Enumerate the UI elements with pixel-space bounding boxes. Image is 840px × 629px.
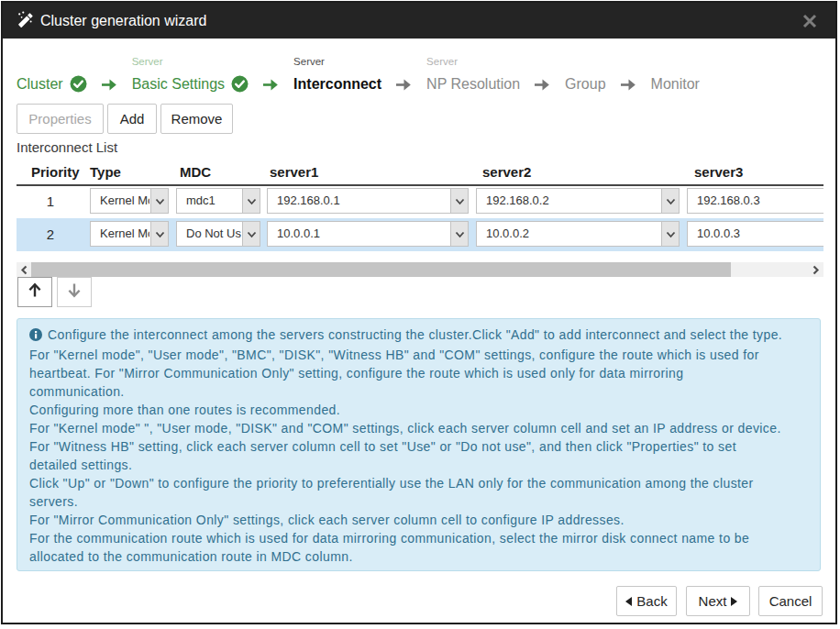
chevron-down-icon — [450, 189, 468, 213]
type-select[interactable]: Kernel Mode — [90, 188, 169, 214]
titlebar: Cluster generation wizard — [3, 3, 835, 39]
mdc-select[interactable]: mdc1 — [176, 188, 260, 214]
arrow-right-icon — [534, 73, 551, 95]
arrow-right-icon — [262, 73, 280, 95]
table-row-selected[interactable]: 2 Kernel Mode Do Not Use 10.0.0.1 10.0.0… — [17, 218, 823, 251]
step-group-label: Server — [293, 55, 381, 72]
arrow-right-icon — [395, 73, 413, 95]
mdc-select-value: mdc1 — [186, 189, 241, 213]
step-group-label: Server — [426, 55, 520, 72]
server3-select-value: 10.0.0.3 — [697, 222, 823, 246]
check-circle-icon — [231, 75, 249, 93]
add-button[interactable]: Add — [107, 104, 157, 134]
info-paragraph: Configure the interconnect among the ser… — [29, 326, 808, 346]
info-paragraph: Configuring more than one routes is reco… — [29, 401, 808, 419]
arrow-right-icon — [101, 73, 118, 95]
cancel-button[interactable]: Cancel — [758, 586, 823, 616]
interconnect-list-title: Interconnect List — [17, 139, 117, 155]
mdc-select[interactable]: Do Not Use — [176, 221, 260, 247]
info-paragraph: Click "Up" or "Down" to configure the pr… — [29, 474, 772, 511]
type-select-value: Kernel Mode — [100, 222, 149, 246]
step-label: Interconnect — [293, 76, 381, 93]
magic-wand-icon — [16, 10, 36, 34]
info-paragraph: For "Kernel mode" ", "User mode, "DISK" … — [29, 419, 808, 437]
column-header-priority: Priority — [31, 164, 80, 182]
scroll-right-icon[interactable] — [808, 262, 823, 277]
up-arrow-icon — [28, 282, 42, 302]
remove-button[interactable]: Remove — [160, 104, 233, 134]
properties-button[interactable]: Properties — [17, 104, 104, 134]
priority-cell: 1 — [18, 185, 83, 218]
server1-select[interactable]: 10.0.0.1 — [267, 221, 469, 247]
info-paragraph: For "Kernel mode", "User mode", "BMC", "… — [29, 346, 772, 401]
close-icon[interactable] — [801, 12, 819, 30]
chevron-down-icon — [242, 189, 260, 213]
info-icon — [29, 327, 42, 346]
horizontal-scrollbar[interactable] — [17, 262, 823, 277]
server1-select-value: 10.0.0.1 — [277, 222, 449, 246]
step-group-label — [565, 55, 605, 72]
info-panel: Configure the interconnect among the ser… — [17, 318, 821, 571]
server2-select[interactable]: 192.168.0.2 — [476, 188, 680, 214]
server3-select[interactable]: 10.0.0.3 — [687, 221, 823, 247]
step-cluster: Cluster — [17, 55, 87, 95]
step-label: Cluster — [17, 76, 63, 93]
column-header-server3: server3 — [694, 164, 743, 182]
move-up-button[interactable] — [17, 277, 52, 307]
step-monitor: Monitor — [651, 55, 700, 95]
down-arrow-icon — [67, 282, 82, 302]
step-np-resolution: Server NP Resolution — [426, 55, 520, 95]
back-button[interactable]: Back — [616, 586, 677, 616]
left-triangle-icon — [625, 597, 632, 606]
server2-select-value: 10.0.0.2 — [486, 222, 660, 246]
type-select-value: Kernel Mode — [100, 189, 149, 213]
info-paragraph: For "Mirror Communication Only" settings… — [29, 511, 808, 529]
dialog-title: Cluster generation wizard — [40, 3, 206, 39]
step-label: Monitor — [651, 76, 700, 93]
server2-select[interactable]: 10.0.0.2 — [476, 221, 680, 247]
right-triangle-icon — [731, 597, 737, 606]
next-button[interactable]: Next — [686, 586, 750, 616]
interconnect-table: 1 Kernel Mode mdc1 192.168.0.1 192.168.0… — [17, 185, 823, 251]
column-header-type: Type — [90, 164, 121, 182]
server3-select[interactable]: 192.168.0.3 — [687, 188, 823, 214]
step-group: Group — [565, 55, 605, 95]
step-group-label — [651, 55, 700, 72]
step-label: Basic Settings — [132, 76, 225, 93]
step-label: Group — [565, 76, 605, 93]
mdc-select-value: Do Not Use — [186, 222, 241, 246]
step-group-label — [17, 55, 87, 72]
column-header-mdc: MDC — [180, 164, 211, 182]
arrow-right-icon — [620, 73, 637, 95]
chevron-down-icon — [450, 222, 468, 246]
step-interconnect: Server Interconnect — [293, 55, 381, 95]
scroll-left-icon[interactable] — [17, 262, 32, 277]
move-down-button[interactable] — [57, 277, 92, 307]
chevron-down-icon — [150, 222, 168, 246]
info-paragraph: For "Witness HB" setting, click each ser… — [29, 437, 763, 474]
wizard-steps: Cluster Server Basic Settings Server — [17, 55, 700, 95]
priority-cell: 2 — [18, 218, 83, 251]
chevron-down-icon — [242, 222, 260, 246]
step-label: NP Resolution — [426, 76, 520, 93]
cluster-generation-wizard-dialog: Cluster generation wizard Cluster Server… — [1, 1, 837, 624]
server1-select[interactable]: 192.168.0.1 — [267, 188, 469, 214]
chevron-down-icon — [661, 222, 679, 246]
scrollbar-thumb[interactable] — [31, 262, 731, 277]
server3-select-value: 192.168.0.3 — [697, 189, 823, 213]
step-basic-settings: Server Basic Settings — [132, 55, 249, 95]
type-select[interactable]: Kernel Mode — [90, 221, 169, 247]
step-group-label: Server — [132, 55, 249, 72]
column-header-server2: server2 — [482, 164, 531, 182]
table-row[interactable]: 1 Kernel Mode mdc1 192.168.0.1 192.168.0… — [17, 185, 823, 218]
check-circle-icon — [70, 75, 87, 93]
column-header-server1: server1 — [270, 164, 318, 182]
chevron-down-icon — [661, 189, 679, 213]
chevron-down-icon — [150, 189, 168, 213]
server2-select-value: 192.168.0.2 — [486, 189, 660, 213]
info-paragraph: For the communication route which is use… — [29, 529, 808, 566]
server1-select-value: 192.168.0.1 — [277, 189, 449, 213]
